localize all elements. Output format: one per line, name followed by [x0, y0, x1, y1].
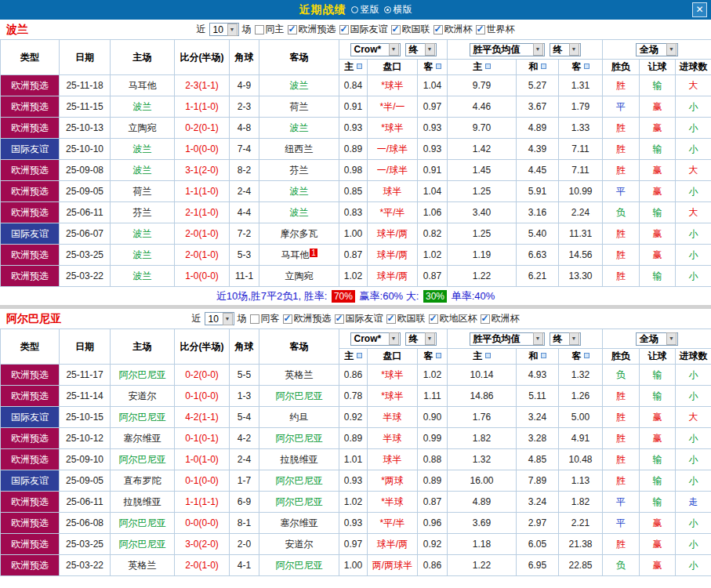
checkbox-icon[interactable]: [283, 314, 292, 324]
match-row: 国际友谊25-10-10波兰1-0(0-0)7-4纽西兰0.89一/球半0.93…: [1, 139, 711, 160]
filter-option[interactable]: 欧国联: [391, 23, 430, 36]
bookmaker-select[interactable]: Crow*▼: [350, 332, 401, 346]
filter-option[interactable]: 世界杯: [476, 23, 515, 36]
checkbox-icon[interactable]: [339, 25, 349, 34]
filter-option[interactable]: 欧洲杯: [481, 312, 520, 325]
mean-type-select[interactable]: 胜平负均值▼: [470, 332, 545, 346]
filter-option[interactable]: 国际友谊: [339, 23, 388, 36]
filter-option[interactable]: 欧洲预选: [283, 312, 332, 325]
checkbox-icon[interactable]: [255, 25, 264, 34]
mean-draw-cell: 4.85: [517, 449, 559, 470]
away-odds-cell: 1.11: [418, 386, 448, 407]
scope-select[interactable]: 全场▼: [636, 332, 678, 346]
layout-radio-vertical[interactable]: 竖版: [351, 3, 379, 16]
mean-away-cell: 22.85: [559, 555, 603, 576]
home-team-cell: 阿尔巴尼亚: [111, 365, 175, 386]
filter-option[interactable]: 欧地区杯: [429, 312, 477, 325]
mean-home-cell: 16.00: [448, 470, 517, 492]
radio-unselected-icon[interactable]: [351, 6, 358, 13]
col-header: 类型: [1, 329, 60, 365]
home-team-cell: 拉脱维亚: [111, 492, 175, 513]
corners-cell: 2-4: [230, 181, 259, 202]
dropdown-arrow-icon: ▼: [569, 332, 579, 345]
scope-select[interactable]: 全场▼: [636, 43, 678, 56]
checkbox-icon[interactable]: [288, 25, 297, 34]
checkbox-icon[interactable]: [386, 314, 396, 324]
layout-radio-horizontal[interactable]: 横版: [384, 3, 412, 16]
mean-away-cell: 5.00: [559, 407, 603, 428]
mean-type-select[interactable]: 胜平负均值▼: [470, 43, 545, 56]
trend-icon[interactable]: [584, 64, 589, 69]
handicap-cell: 两/两球半: [368, 555, 418, 576]
mean-away-cell: 21.38: [559, 534, 603, 555]
handicap-cell: 半球: [368, 428, 418, 449]
close-button[interactable]: ✕: [692, 2, 707, 17]
home-team-cell: 马耳他: [111, 75, 175, 96]
mean-away-cell: 1.31: [559, 75, 603, 96]
checkbox-icon[interactable]: [476, 25, 485, 34]
filter-option[interactable]: 国际友谊: [335, 312, 383, 325]
home-odds-cell: 0.93: [339, 470, 368, 492]
radio-label: 竖版: [361, 3, 379, 16]
home-odds-cell: 0.89: [339, 428, 368, 449]
checkbox-icon[interactable]: [335, 314, 344, 324]
date-cell: 25-09-10: [60, 449, 111, 470]
checkbox-icon[interactable]: [250, 314, 259, 324]
match-count-select[interactable]: 10▼: [205, 312, 234, 325]
trend-icon[interactable]: [485, 64, 491, 69]
dropdown-arrow-icon: ▼: [666, 43, 677, 56]
odds-stage-select[interactable]: 终▼: [405, 43, 437, 56]
mean-draw-cell: 7.89: [517, 470, 559, 492]
trend-icon[interactable]: [436, 64, 441, 69]
mean-stage-select[interactable]: 终▼: [550, 43, 581, 56]
mean-away-cell: 13.30: [559, 266, 603, 287]
filter-option[interactable]: 欧洲杯: [433, 23, 473, 36]
match-count-select[interactable]: 10▼: [209, 23, 239, 36]
trend-icon[interactable]: [541, 353, 546, 358]
col-header: 日期: [60, 40, 111, 75]
handicap-result-cell: 赢: [640, 181, 676, 202]
trend-icon[interactable]: [436, 353, 441, 358]
home-team-cell: 英格兰: [111, 555, 175, 576]
score-cell: 3-0(2-0): [175, 534, 230, 555]
checkbox-icon[interactable]: [481, 314, 490, 324]
checkbox-icon[interactable]: [433, 25, 443, 34]
result-cell: 胜: [603, 139, 640, 160]
filter-option[interactable]: 同客: [250, 312, 280, 325]
trend-icon[interactable]: [485, 353, 491, 358]
sub-header-label: 客: [572, 350, 582, 361]
type-cell: 欧洲预选: [1, 118, 60, 139]
filter-label: 同客: [261, 312, 280, 325]
goals-result-cell: 小: [676, 386, 711, 407]
bookmaker-select[interactable]: Crow*▼: [350, 43, 401, 56]
mean-stage-select[interactable]: 终▼: [550, 332, 581, 346]
filter-label: 欧洲杯: [492, 312, 520, 325]
trend-icon[interactable]: [541, 64, 546, 69]
radio-selected-icon[interactable]: [384, 6, 391, 13]
corners-cell: 1-7: [230, 470, 259, 492]
trend-icon[interactable]: [357, 64, 362, 69]
checkbox-icon[interactable]: [391, 25, 401, 34]
goals-result-cell: 小: [676, 223, 711, 245]
close-icon: ✕: [695, 4, 703, 15]
scope-select-value: 全场: [640, 43, 658, 56]
mean-away-cell: 10.99: [559, 181, 603, 202]
filter-option[interactable]: 欧国联: [386, 312, 426, 325]
trend-icon[interactable]: [584, 353, 589, 358]
score-cell: 1-0(1-0): [175, 449, 230, 470]
trend-icon[interactable]: [357, 353, 362, 358]
goals-result-cell: 大: [676, 75, 711, 96]
filter-option[interactable]: 同主: [255, 23, 285, 36]
filter-label: 国际友谊: [346, 312, 383, 325]
away-team-cell: 阿尔巴尼亚: [259, 555, 339, 576]
away-team-cell: 芬兰: [259, 160, 339, 181]
home-odds-cell: 1.02: [339, 492, 368, 513]
result-cell: 负: [603, 202, 640, 223]
checkbox-icon[interactable]: [429, 314, 438, 324]
filter-option[interactable]: 欧洲预选: [288, 23, 336, 36]
odds-stage-select[interactable]: 终▼: [405, 332, 437, 346]
mean-home-cell: 1.19: [448, 245, 517, 266]
date-cell: 25-09-08: [60, 160, 111, 181]
result-cell: 胜: [603, 386, 640, 407]
match-row: 欧洲预选25-06-11芬兰2-1(1-0)4-4波兰0.83*平/半1.063…: [1, 202, 711, 223]
